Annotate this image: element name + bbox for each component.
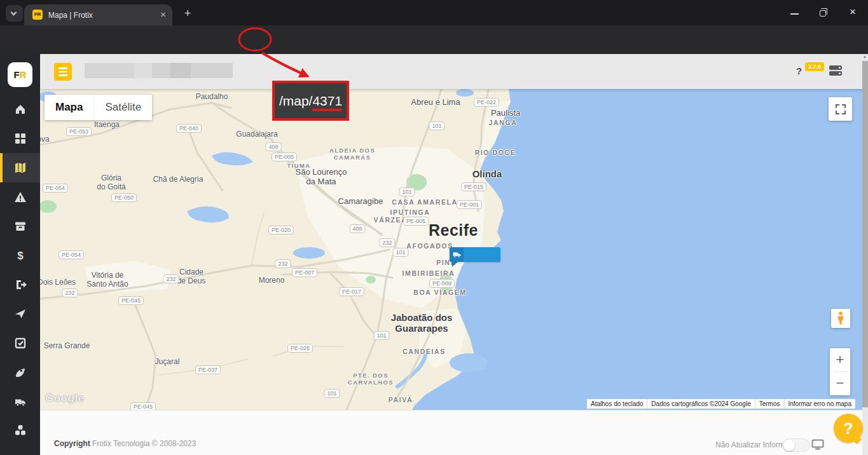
window-close-button[interactable]: ×: [850, 6, 856, 18]
archive-box-icon: [14, 220, 27, 233]
road-badge: 101: [324, 389, 340, 398]
road-badge: PE-005: [272, 153, 297, 161]
sidebar-item-alerts[interactable]: [0, 184, 40, 210]
road-badge: 408: [265, 142, 281, 151]
map-canvas[interactable]: PaudalhoAbreu e LimaPaulistaJANGAGuadala…: [40, 89, 862, 410]
road-badge: PE-022: [474, 98, 499, 107]
sidebar-item-vehicles[interactable]: [0, 389, 40, 414]
zoom-out-button[interactable]: −: [830, 372, 850, 395]
hamburger-icon: [59, 67, 67, 69]
zoom-in-button[interactable]: +: [830, 348, 850, 371]
road-badge: 101: [429, 121, 444, 130]
app-footer: Copyright Frotix Tecnologia © 2008-2023 …: [40, 410, 868, 455]
road-badge: PE-053: [66, 127, 92, 136]
map-icon: [14, 161, 27, 174]
home-icon: [14, 103, 27, 116]
help-question-icon[interactable]: ?: [796, 65, 802, 76]
zoom-control: + −: [830, 348, 850, 395]
toggle-knob: [783, 440, 795, 451]
map-type-satelite[interactable]: Satélite: [93, 95, 152, 120]
vehicle-marker[interactable]: [450, 247, 500, 262]
skeleton-block: [170, 63, 191, 78]
truck-icon: [14, 395, 27, 408]
road-badge: PE-040: [176, 124, 202, 133]
map-type-mapa[interactable]: Mapa: [45, 95, 93, 120]
menu-toggle-button[interactable]: [54, 63, 72, 81]
window-minimize-button[interactable]: [790, 13, 799, 15]
road-badge: 101: [373, 331, 389, 340]
truck-icon: [450, 247, 464, 262]
sidebar-item-finance[interactable]: $: [0, 243, 40, 268]
app-window: FR Mapa | Frotix × + × app.frotix.com.br…: [0, 0, 868, 455]
tab-search-button[interactable]: [6, 5, 23, 22]
sidebar-item-dashboard[interactable]: [0, 126, 40, 151]
sidebar-item-logout[interactable]: [0, 272, 40, 297]
keyboard-shortcuts-link[interactable]: Atalhos do teclado: [587, 399, 647, 409]
road-badge: 232: [163, 275, 179, 283]
dollar-icon: $: [14, 249, 27, 262]
no-update-toggle[interactable]: [782, 438, 810, 452]
scroll-up-arrow[interactable]: ▲: [863, 55, 867, 58]
road-badge: 408: [349, 224, 365, 233]
scrollbar-thumb[interactable]: [862, 61, 868, 407]
sidebar-item-tasks[interactable]: [0, 330, 40, 356]
road-badge: PE-025: [287, 344, 313, 353]
marker-pointer: [452, 261, 458, 267]
report-error-link[interactable]: Informar erro no mapa: [784, 399, 856, 409]
road-badge: PE-007: [292, 268, 317, 277]
sidebar-item-launch[interactable]: [0, 360, 40, 385]
monitor-icon[interactable]: [811, 439, 824, 450]
annotation-route-id: 4371: [312, 93, 342, 111]
fullscreen-button[interactable]: [829, 97, 852, 121]
skeleton-block: [134, 63, 152, 78]
road-badge: PE-045: [130, 402, 156, 410]
page-scrollbar[interactable]: ▲: [862, 54, 868, 455]
skeleton-block: [191, 63, 233, 78]
road-badge: PE-045: [118, 296, 144, 305]
road-badge: PE-054: [43, 184, 68, 193]
road-badge: PE-015: [461, 182, 486, 191]
pegman-button[interactable]: [831, 309, 850, 328]
annotation-tooltip: /map/4371: [272, 81, 349, 121]
road-badge: PE-001: [457, 200, 482, 209]
road-badge: PE-050: [111, 193, 137, 202]
skeleton-block: [152, 63, 170, 78]
skeleton-block: [85, 63, 134, 78]
new-tab-button[interactable]: +: [179, 6, 196, 22]
check-square-icon: [14, 337, 27, 350]
road-badge: PE-020: [268, 226, 294, 234]
copyright-text: Copyright Frotix Tecnologia © 2008-2023: [54, 439, 196, 448]
fullscreen-icon: [835, 104, 846, 115]
frotix-logo[interactable]: FR: [8, 62, 32, 87]
browser-toolbar: app.frotix.com.br/#/main/map/4371 Anônim…: [0, 25, 868, 54]
browser-tab-strip: FR Mapa | Frotix × + ×: [0, 0, 868, 25]
help-fab-button[interactable]: ?: [834, 414, 863, 443]
app-sidebar: FR $: [0, 54, 40, 455]
road-badge: 232: [275, 259, 291, 268]
map-data-credit: Dados cartográficos ©2024 Google: [647, 399, 754, 409]
terms-link[interactable]: Termos: [755, 399, 784, 409]
road-badge: 101: [399, 187, 415, 196]
road-badge: 232: [62, 289, 78, 297]
sidebar-item-map[interactable]: [0, 153, 40, 182]
pegman-icon: [836, 311, 845, 325]
road-badge: PE-054: [59, 250, 84, 259]
road-badge: PE-009: [429, 279, 455, 288]
sidebar-item-home[interactable]: [0, 97, 40, 122]
server-list-icon[interactable]: [829, 65, 842, 77]
sidebar-item-modules[interactable]: [0, 418, 40, 443]
sidebar-item-send[interactable]: [0, 301, 40, 327]
road-badge: 101: [392, 248, 408, 257]
cubes-icon: [14, 424, 27, 437]
map-type-control: Mapa Satélite: [45, 95, 152, 120]
version-badge: 3.7.0: [805, 62, 824, 71]
browser-tab[interactable]: FR Mapa | Frotix ×: [24, 4, 172, 25]
road-badge: PE-017: [339, 287, 364, 296]
sidebar-item-inventory[interactable]: [0, 214, 40, 239]
svg-text:$: $: [17, 250, 24, 262]
tab-close-button[interactable]: ×: [160, 9, 166, 20]
warning-triangle-icon: [14, 191, 27, 203]
rocket-icon: [14, 366, 27, 379]
window-restore-button[interactable]: [820, 10, 826, 17]
chevron-down-icon: [11, 10, 17, 16]
